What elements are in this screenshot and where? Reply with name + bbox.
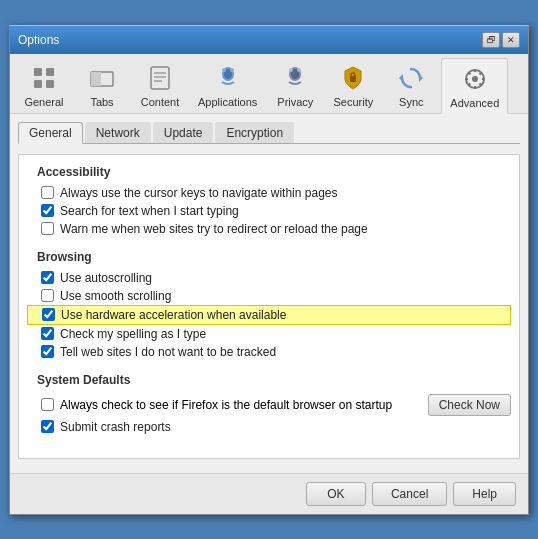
toolbar-privacy-label: Privacy: [277, 96, 313, 108]
svg-rect-1: [46, 68, 54, 76]
hardware-accel-label: Use hardware acceleration when available: [61, 308, 286, 322]
toolbar-sync-label: Sync: [399, 96, 423, 108]
dialog-footer: OK Cancel Help: [10, 473, 528, 514]
option-crash-reports: Submit crash reports: [27, 418, 511, 436]
default-browser-label: Always check to see if Firefox is the de…: [60, 398, 392, 412]
cursor-keys-label: Always use the cursor keys to navigate w…: [60, 186, 337, 200]
svg-line-32: [468, 83, 470, 85]
svg-line-31: [479, 72, 481, 74]
cancel-button[interactable]: Cancel: [372, 482, 447, 506]
toolbar-advanced[interactable]: Advanced: [441, 58, 508, 114]
svg-point-18: [297, 68, 301, 72]
smooth-scroll-checkbox[interactable]: [41, 289, 54, 302]
toolbar-applications-label: Applications: [198, 96, 257, 108]
option-warn-redirect: Warn me when web sites try to redirect o…: [27, 220, 511, 238]
tab-bar: General Network Update Encryption: [18, 122, 520, 144]
svg-marker-21: [419, 74, 423, 82]
svg-point-17: [289, 68, 293, 72]
system-defaults-title: System Defaults: [37, 373, 511, 387]
hardware-accel-checkbox[interactable]: [42, 308, 55, 321]
spell-check-label: Check my spelling as I type: [60, 327, 206, 341]
svg-point-13: [222, 68, 226, 72]
svg-marker-22: [399, 74, 403, 82]
applications-icon: [212, 62, 244, 94]
browsing-section: Browsing Use autoscrolling Use smooth sc…: [27, 250, 511, 361]
option-autoscrolling: Use autoscrolling: [27, 269, 511, 287]
toolbar-general[interactable]: General: [16, 58, 72, 113]
title-bar: Options 🗗 ✕: [10, 26, 528, 54]
do-not-track-checkbox[interactable]: [41, 345, 54, 358]
default-browser-row: Always check to see if Firefox is the de…: [27, 392, 511, 418]
search-text-checkbox[interactable]: [41, 204, 54, 217]
toolbar-content-label: Content: [141, 96, 180, 108]
options-dialog: Options 🗗 ✕ General: [9, 25, 529, 515]
spell-check-checkbox[interactable]: [41, 327, 54, 340]
system-defaults-section: System Defaults Always check to see if F…: [27, 373, 511, 436]
warn-redirect-label: Warn me when web sites try to redirect o…: [60, 222, 368, 236]
option-cursor-keys: Always use the cursor keys to navigate w…: [27, 184, 511, 202]
autoscrolling-label: Use autoscrolling: [60, 271, 152, 285]
autoscrolling-checkbox[interactable]: [41, 271, 54, 284]
tab-encryption[interactable]: Encryption: [215, 122, 294, 143]
toolbar-general-label: General: [24, 96, 63, 108]
warn-redirect-checkbox[interactable]: [41, 222, 54, 235]
option-search-text: Search for text when I start typing: [27, 202, 511, 220]
general-icon: [28, 62, 60, 94]
svg-point-24: [472, 76, 478, 82]
toolbar-sync[interactable]: Sync: [383, 58, 439, 113]
svg-line-29: [468, 72, 470, 74]
crash-reports-checkbox[interactable]: [41, 420, 54, 433]
browsing-title: Browsing: [37, 250, 511, 264]
check-now-button[interactable]: Check Now: [428, 394, 511, 416]
tab-general[interactable]: General: [18, 122, 83, 144]
do-not-track-label: Tell web sites I do not want to be track…: [60, 345, 276, 359]
toolbar-security[interactable]: Security: [325, 58, 381, 113]
toolbar-advanced-label: Advanced: [450, 97, 499, 109]
tab-update[interactable]: Update: [153, 122, 214, 143]
accessibility-title: Accessibility: [37, 165, 511, 179]
toolbar-applications[interactable]: Applications: [190, 58, 265, 113]
crash-reports-label: Submit crash reports: [60, 420, 171, 434]
search-text-label: Search for text when I start typing: [60, 204, 239, 218]
option-spell-check: Check my spelling as I type: [27, 325, 511, 343]
default-browser-checkbox[interactable]: [41, 398, 54, 411]
option-do-not-track: Tell web sites I do not want to be track…: [27, 343, 511, 361]
toolbar-tabs-label: Tabs: [90, 96, 113, 108]
cursor-keys-checkbox[interactable]: [41, 186, 54, 199]
restore-button[interactable]: 🗗: [482, 32, 500, 48]
security-icon: [337, 62, 369, 94]
option-smooth-scroll: Use smooth scrolling: [27, 287, 511, 305]
svg-line-30: [479, 83, 481, 85]
smooth-scroll-label: Use smooth scrolling: [60, 289, 171, 303]
tabs-icon: [86, 62, 118, 94]
settings-panel: Accessibility Always use the cursor keys…: [18, 154, 520, 459]
ok-button[interactable]: OK: [306, 482, 366, 506]
svg-point-14: [230, 68, 234, 72]
content-icon: [144, 62, 176, 94]
toolbar: General Tabs Content: [10, 54, 528, 114]
toolbar-content[interactable]: Content: [132, 58, 188, 113]
toolbar-privacy[interactable]: Privacy: [267, 58, 323, 113]
tab-network[interactable]: Network: [85, 122, 151, 143]
accessibility-section: Accessibility Always use the cursor keys…: [27, 165, 511, 238]
sync-icon: [395, 62, 427, 94]
advanced-icon: [459, 63, 491, 95]
close-button[interactable]: ✕: [502, 32, 520, 48]
toolbar-security-label: Security: [333, 96, 373, 108]
toolbar-tabs[interactable]: Tabs: [74, 58, 130, 113]
svg-rect-0: [34, 68, 42, 76]
svg-rect-7: [151, 67, 169, 89]
title-bar-controls: 🗗 ✕: [482, 32, 520, 48]
privacy-icon: [279, 62, 311, 94]
dialog-title: Options: [18, 33, 59, 47]
svg-rect-2: [34, 80, 42, 88]
svg-rect-6: [91, 72, 101, 86]
svg-rect-3: [46, 80, 54, 88]
content-area: General Network Update Encryption Access…: [10, 114, 528, 473]
help-button[interactable]: Help: [453, 482, 516, 506]
option-hardware-accel: Use hardware acceleration when available: [27, 305, 511, 325]
